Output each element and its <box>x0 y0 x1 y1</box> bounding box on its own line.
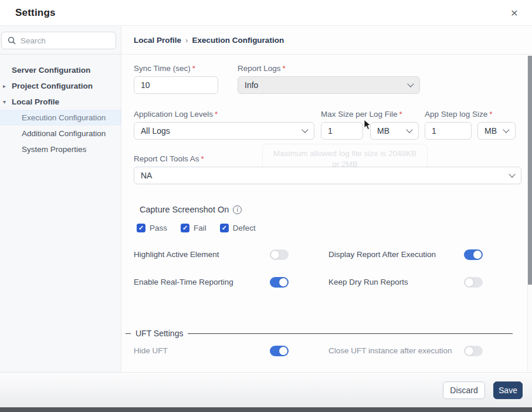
toggle-knob <box>473 251 482 259</box>
highlight-active-element-toggle[interactable] <box>270 249 289 260</box>
pass-checkbox-item[interactable]: ✓ Pass <box>137 224 167 232</box>
chevron-down-icon[interactable]: ▾ <box>3 94 10 110</box>
dialog-footer: Discard Save <box>0 372 532 407</box>
breadcrumb-item-local-profile[interactable]: Local Profile <box>134 36 181 45</box>
highlight-active-element-label: Highlight Active Element <box>134 250 219 259</box>
fail-checkbox[interactable]: ✓ <box>181 224 189 232</box>
toggle-knob <box>271 251 279 259</box>
report-ci-tools-field: Report CI Tools As* NA <box>134 154 521 184</box>
toggle-knob <box>279 347 287 355</box>
info-icon[interactable]: i <box>233 205 242 214</box>
app-step-log-size-input[interactable] <box>425 122 472 140</box>
check-icon: ✓ <box>182 225 188 231</box>
settings-tree: Server Configuration ▸ Project Configura… <box>0 55 121 157</box>
max-log-size-field: Max Size per Log File* MB <box>321 110 419 140</box>
report-logs-value: Info <box>245 80 258 90</box>
check-icon: ✓ <box>222 225 227 231</box>
keep-dry-run-reports-toggle[interactable] <box>464 277 483 288</box>
sidebar-item-label: Server Configuration <box>12 66 90 75</box>
required-asterisk: * <box>283 64 286 73</box>
uft-settings-title: UFT Settings <box>135 329 183 338</box>
enable-real-time-reporting-toggle[interactable] <box>270 277 289 288</box>
app-step-log-size-label: App Step log Size* <box>425 110 519 119</box>
required-asterisk: * <box>201 154 204 163</box>
window-bottom-edge <box>0 407 532 412</box>
chevron-down-icon <box>406 126 412 133</box>
content-panel: Local Profile › Execution Configuration … <box>122 26 532 372</box>
pass-checkbox-label: Pass <box>150 224 167 232</box>
enable-real-time-reporting-label: Enable Real-Time Reporting <box>134 278 233 286</box>
sidebar-item-label: Local Profile <box>12 97 59 106</box>
chevron-down-icon <box>407 80 414 87</box>
max-log-size-unit-value: MB <box>377 126 389 136</box>
application-log-levels-field: Application Log Levels* All Logs <box>134 110 314 140</box>
dialog-title: Settings <box>15 7 56 19</box>
search-box[interactable] <box>1 32 116 49</box>
display-report-after-execution-label: Display Report After Execution <box>328 250 436 259</box>
sidebar-item-project-configuration[interactable]: ▸ Project Configuration <box>0 78 121 94</box>
sidebar-item-additional-configuration[interactable]: Additional Configuration <box>0 126 121 141</box>
max-log-size-input[interactable] <box>321 122 363 140</box>
sidebar-item-system-properties[interactable]: System Properties <box>0 141 121 157</box>
application-log-levels-select[interactable]: All Logs <box>134 122 314 140</box>
report-logs-field: Report Logs* Info <box>238 64 420 94</box>
sidebar-item-server-configuration[interactable]: Server Configuration <box>0 62 121 78</box>
divider-line <box>188 333 513 334</box>
capture-screenshot-label: Capture Screenshot On <box>140 205 229 214</box>
breadcrumb: Local Profile › Execution Configuration <box>122 26 532 55</box>
sidebar: Server Configuration ▸ Project Configura… <box>0 26 121 372</box>
defect-checkbox[interactable]: ✓ <box>220 224 229 232</box>
sync-time-field: Sync Time (sec)* <box>134 64 218 94</box>
sidebar-item-label: System Properties <box>22 145 86 154</box>
report-ci-tools-select[interactable]: NA <box>134 167 521 184</box>
search-input[interactable] <box>21 36 110 45</box>
scrollbar-thumb[interactable] <box>528 56 532 285</box>
report-logs-select[interactable]: Info <box>238 76 420 94</box>
close-uft-instance-label: Close UFT instance after execution <box>328 346 452 355</box>
sidebar-item-label: Execution Configuration <box>22 113 106 122</box>
sidebar-item-label: Additional Configuration <box>22 129 106 138</box>
toggle-knob <box>279 278 287 286</box>
fail-checkbox-item[interactable]: ✓ Fail <box>181 224 206 232</box>
sync-time-input[interactable] <box>134 76 218 94</box>
capture-screenshot-heading: Capture Screenshot On i <box>140 205 242 214</box>
toggle-knob <box>465 278 473 286</box>
close-icon[interactable]: × <box>511 6 518 19</box>
required-asterisk: * <box>489 110 492 119</box>
chevron-down-icon <box>503 126 509 133</box>
sync-time-label: Sync Time (sec)* <box>134 64 218 73</box>
hide-uft-toggle[interactable] <box>270 346 289 356</box>
execution-configuration-form: Sync Time (sec)* Report Logs* Info Appli… <box>122 55 532 372</box>
dialog-titlebar: Settings × <box>0 0 532 26</box>
chevron-right-icon[interactable]: ▸ <box>3 78 10 94</box>
divider-line <box>126 333 131 334</box>
search-area <box>0 26 121 55</box>
application-log-levels-label: Application Log Levels* <box>134 110 314 119</box>
application-log-levels-value: All Logs <box>141 126 170 136</box>
vertical-scrollbar[interactable] <box>527 56 532 372</box>
hide-uft-label: Hide UFT <box>134 346 168 355</box>
sidebar-item-execution-configuration[interactable]: Execution Configuration <box>0 110 121 126</box>
max-log-size-label: Max Size per Log File* <box>321 110 419 119</box>
report-logs-label: Report Logs* <box>238 64 420 73</box>
breadcrumb-separator: › <box>185 36 188 45</box>
save-button[interactable]: Save <box>493 381 523 399</box>
defect-checkbox-label: Defect <box>233 224 256 232</box>
report-ci-tools-value: NA <box>141 171 152 180</box>
breadcrumb-item-execution-configuration: Execution Configuration <box>192 36 284 45</box>
app-step-log-size-unit-value: MB <box>484 126 497 136</box>
display-report-after-execution-toggle[interactable] <box>464 249 483 260</box>
pass-checkbox[interactable]: ✓ <box>137 224 145 232</box>
sidebar-item-local-profile[interactable]: ▾ Local Profile <box>0 94 121 110</box>
close-uft-instance-toggle[interactable] <box>464 346 483 356</box>
app-step-log-size-unit-select[interactable]: MB <box>477 122 516 140</box>
fail-checkbox-label: Fail <box>194 224 206 232</box>
app-step-log-size-field: App Step log Size* MB <box>425 110 519 140</box>
max-log-size-unit-select[interactable]: MB <box>370 122 419 140</box>
chevron-down-icon <box>301 126 308 133</box>
search-icon <box>8 36 16 45</box>
discard-button[interactable]: Discard <box>443 381 485 399</box>
defect-checkbox-item[interactable]: ✓ Defect <box>220 224 256 232</box>
chevron-down-icon <box>509 171 515 177</box>
sidebar-item-label: Project Configuration <box>12 82 93 90</box>
